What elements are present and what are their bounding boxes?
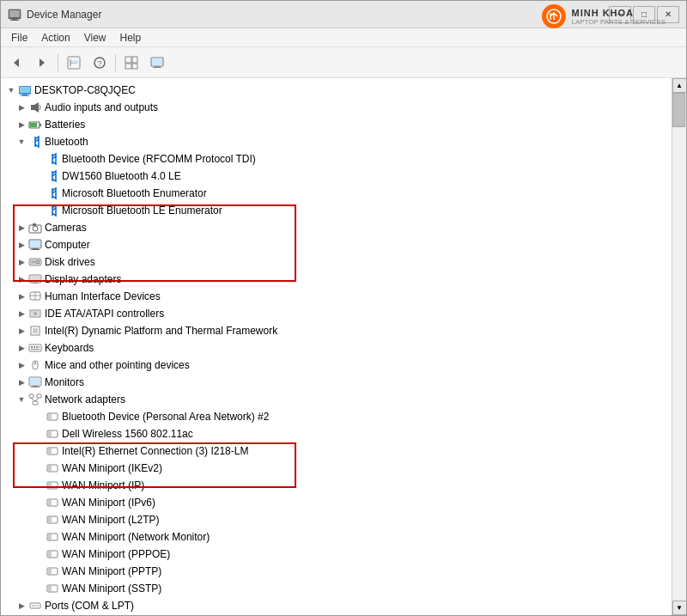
tree-item-ide[interactable]: ▶ IDE ATA/ATAPI controllers [1, 305, 672, 322]
toolbar-separator-2 [115, 54, 116, 71]
svg-rect-79 [48, 483, 52, 488]
tree-item-audio[interactable]: ▶ Audio inputs and outputs [1, 99, 672, 116]
scroll-thumb[interactable] [672, 93, 685, 127]
diskdrives-icon [28, 255, 42, 269]
diskdrives-expander[interactable]: ▶ [15, 255, 28, 269]
root-expander[interactable]: ▼ [4, 83, 18, 97]
tree-item-wan-ip[interactable]: ▶ WAN Miniport (IP) [1, 477, 672, 494]
toolbar-help[interactable]: ? [88, 52, 112, 74]
hid-expander[interactable]: ▶ [15, 290, 28, 303]
tree-item-cameras[interactable]: ▶ Cameras [1, 219, 672, 236]
tree-item-keyboards[interactable]: ▶ Keyboards [1, 339, 672, 357]
batteries-label: Batteries [45, 119, 85, 131]
tree-item-mice[interactable]: ▶ Mice and other pointing devices [1, 357, 672, 374]
tree-item-wan-pptp[interactable]: ▶ WAN Miniport (PPTP) [1, 563, 672, 580]
tree-item-bt-rfcomm[interactable]: ▶ Bluetooth Device (RFCOMM Protocol TDI) [1, 150, 672, 168]
toolbar-monitor[interactable] [145, 52, 169, 74]
scroll-up-button[interactable]: ▲ [672, 78, 687, 93]
wan-pppoe-label: WAN Miniport (PPPOE) [62, 548, 170, 560]
tree-item-wan-sstp[interactable]: ▶ WAN Miniport (SSTP) [1, 580, 672, 597]
cameras-expander[interactable]: ▶ [15, 221, 28, 235]
svg-rect-43 [33, 283, 38, 284]
wan-monitor-icon [46, 530, 59, 544]
tree-item-diskdrives[interactable]: ▶ Disk drives [1, 253, 672, 271]
tree-item-hid[interactable]: ▶ Human Interface Devices [1, 288, 672, 305]
tree-item-network[interactable]: ▼ Network adapters [1, 391, 672, 408]
svg-rect-83 [48, 517, 52, 522]
scroll-track[interactable] [672, 93, 686, 601]
ide-expander[interactable]: ▶ [15, 307, 28, 320]
toolbar-prop1[interactable] [119, 52, 143, 74]
tree-item-net-dell[interactable]: ▶ Dell Wireless 1560 802.11ac [1, 425, 672, 442]
ports-expander[interactable]: ▶ [15, 599, 28, 613]
bt-msle-icon [46, 204, 59, 217]
wan-sstp-label: WAN Miniport (SSTP) [62, 582, 161, 595]
mice-icon [28, 358, 42, 372]
displayadapters-icon [28, 272, 42, 286]
svg-point-60 [34, 363, 36, 364]
keyboards-label: Keyboards [45, 342, 94, 354]
mice-expander[interactable]: ▶ [15, 358, 28, 372]
tree-item-wan-ipv6[interactable]: ▶ WAN Miniport (IPv6) [1, 494, 672, 511]
brand-logo: MINH KHOA LAPTOP PARTS & SERVICES [542, 4, 666, 28]
toolbar: ? [1, 47, 686, 78]
menu-action[interactable]: Action [34, 30, 76, 46]
tree-item-wan-monitor[interactable]: ▶ WAN Miniport (Network Monitor) [1, 528, 672, 546]
menu-view[interactable]: View [77, 30, 113, 46]
diskdrives-label: Disk drives [45, 256, 95, 268]
computer-expander[interactable]: ▶ [15, 238, 28, 252]
tree-item-computer[interactable]: ▶ Computer [1, 236, 672, 253]
svg-rect-13 [125, 57, 131, 63]
svg-rect-63 [33, 386, 38, 387]
menu-file[interactable]: File [4, 30, 34, 46]
tree-item-net-bluetooth[interactable]: ▶ Bluetooth Device (Personal Area Networ… [1, 408, 672, 425]
tree-item-monitors[interactable]: ▶ Monitors [1, 374, 672, 391]
svg-rect-34 [30, 241, 40, 247]
tree-item-batteries[interactable]: ▶ Batteries [1, 116, 672, 133]
window-title: Device Manager [27, 9, 609, 21]
intel-expander[interactable]: ▶ [15, 324, 28, 338]
tree-item-bt-msenum[interactable]: ▶ Microsoft Bluetooth Enumerator [1, 185, 672, 202]
tree-item-print[interactable]: ▶ Print queues [1, 614, 672, 615]
tree-item-wan-pppoe[interactable]: ▶ WAN Miniport (PPPOE) [1, 546, 672, 563]
toolbar-tree-view[interactable] [62, 52, 86, 74]
svg-rect-36 [31, 249, 40, 250]
cameras-icon [28, 221, 42, 235]
tree-item-intel[interactable]: ▶ Intel(R) Dynamic Platform and Thermal … [1, 322, 672, 339]
scroll-down-button[interactable]: ▼ [672, 601, 687, 615]
keyboards-expander[interactable]: ▶ [15, 341, 28, 355]
wan-ipv6-label: WAN Miniport (IPv6) [62, 497, 155, 509]
menu-help[interactable]: Help [113, 30, 149, 46]
svg-rect-85 [48, 534, 52, 540]
displayadapters-expander[interactable]: ▶ [15, 272, 28, 286]
tree-item-bt-dw1560[interactable]: ▶ DW1560 Bluetooth 4.0 LE [1, 168, 672, 185]
tree-item-ports[interactable]: ▶ Ports (COM & LPT) [1, 597, 672, 614]
tree-item-bt-msle[interactable]: ▶ Microsoft Bluetooth LE Enumerator [1, 202, 672, 219]
tree-root[interactable]: ▼ DESKTOP-C8QJQEC [1, 82, 672, 99]
monitors-expander[interactable]: ▶ [15, 375, 28, 389]
tree-item-wan-ikev2[interactable]: ▶ WAN Miniport (IKEv2) [1, 460, 672, 477]
wan-ipv6-icon [46, 496, 59, 509]
toolbar-back[interactable] [4, 52, 28, 74]
menu-bar: File Action View Help [1, 28, 686, 47]
scrollbar[interactable]: ▲ ▼ [672, 78, 686, 615]
hid-label: Human Interface Devices [45, 290, 161, 302]
svg-rect-14 [132, 57, 137, 63]
wan-sstp-icon [46, 582, 59, 595]
toolbar-forward[interactable] [30, 52, 54, 74]
ports-icon [28, 599, 42, 613]
batteries-icon [28, 118, 42, 131]
bluetooth-expander[interactable]: ▼ [15, 135, 28, 149]
network-expander[interactable]: ▼ [15, 393, 28, 406]
svg-line-69 [35, 398, 39, 401]
keyboards-icon [28, 341, 42, 355]
batteries-expander[interactable]: ▶ [15, 118, 28, 131]
svg-marker-5 [14, 58, 19, 67]
tree-item-displayadapters[interactable]: ▶ Display adapters [1, 271, 672, 288]
audio-expander[interactable]: ▶ [15, 101, 28, 114]
svg-rect-54 [33, 346, 35, 348]
device-tree[interactable]: ▼ DESKTOP-C8QJQEC ▶ [1, 78, 672, 615]
tree-item-net-intel[interactable]: ▶ Intel(R) Ethernet Connection (3) I218-… [1, 442, 672, 460]
tree-item-wan-l2tp[interactable]: ▶ WAN Miniport (L2TP) [1, 511, 672, 528]
tree-item-bluetooth[interactable]: ▼ Bluetooth [1, 133, 672, 150]
